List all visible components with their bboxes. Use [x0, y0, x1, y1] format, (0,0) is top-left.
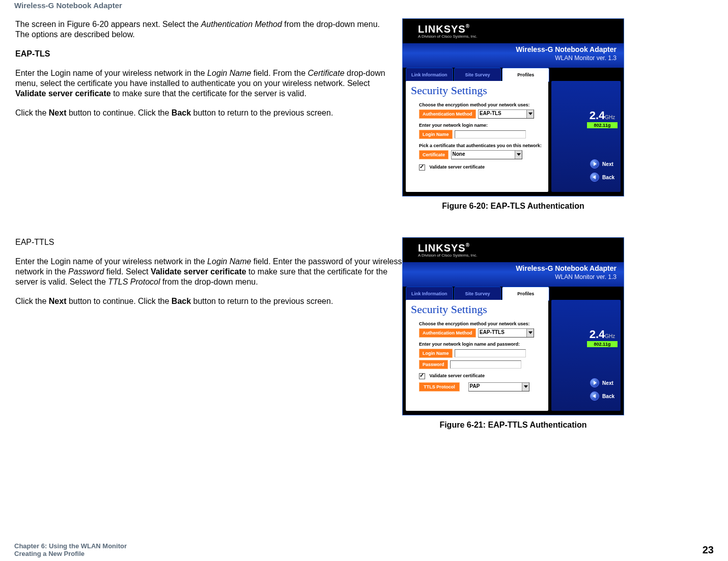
label-choose-encryption: Choose the encryption method your networ… [419, 321, 542, 326]
label-validate-cert: Validate server certificate [430, 164, 485, 170]
brand-subtitle: A Division of Cisco Systems, Inc. [403, 253, 477, 258]
input-password[interactable] [450, 360, 521, 369]
next-label: Next [602, 380, 613, 386]
label-password: Password [419, 360, 448, 369]
arrow-left-icon [590, 173, 599, 182]
app-title-band: Wireless-G Notebook Adapter WLAN Monitor… [403, 43, 624, 68]
band-title: Wireless-G Notebook Adapter [516, 45, 617, 53]
chevron-down-icon[interactable] [515, 151, 522, 159]
eap-tls-body: Enter the Login name of your wireless ne… [15, 68, 396, 99]
brand-logo: LINKSYS® [403, 23, 477, 35]
figure-caption-6-20: Figure 6-20: EAP-TLS Authentication [402, 202, 624, 211]
input-login-name[interactable] [455, 130, 526, 138]
footer-line2: Creating a New Profile [14, 550, 85, 557]
brand-subtitle: A Division of Cisco Systems, Inc. [403, 34, 477, 39]
app-topbar: LINKSYS® A Division of Cisco Systems, In… [403, 19, 624, 43]
select-value: EAP-TLS [480, 110, 501, 116]
ghz-standard: 802.11g [587, 341, 618, 347]
tab-site-survey[interactable]: Site Survey [454, 68, 501, 82]
text: field. Select [104, 267, 151, 276]
term-validate: Validate server cerificate [151, 267, 246, 276]
label-login-name: Login Name [419, 349, 453, 358]
band-subtitle: WLAN Monitor ver. 1.3 [555, 273, 617, 280]
figure-caption-6-21: Figure 6-21: EAP-TTLS Authentication [402, 420, 624, 430]
term-password: Password [68, 267, 104, 276]
intro-paragraph: The screen in Figure 6-20 appears next. … [15, 19, 396, 40]
label-ttls-protocol: TTLS Protocol [419, 382, 460, 391]
brand-text: LINKSYS [418, 242, 466, 254]
reg-mark: ® [466, 23, 470, 29]
tab-profiles[interactable]: Profiles [502, 68, 549, 82]
next-button[interactable]: Next [590, 378, 614, 387]
select-auth-method[interactable]: EAP-TTLS [478, 328, 534, 338]
arrow-right-icon [590, 159, 599, 169]
chevron-down-icon[interactable] [526, 110, 534, 118]
app-window-tls: LINKSYS® A Division of Cisco Systems, In… [402, 18, 624, 197]
figure-6-20: LINKSYS® A Division of Cisco Systems, In… [402, 18, 624, 211]
input-login-name[interactable] [455, 349, 526, 357]
text: button to continue. Click the [66, 108, 171, 117]
ghz-standard: 802.11g [587, 122, 618, 128]
ghz-unit: GHz [605, 333, 615, 339]
figure-6-21: LINKSYS® A Division of Cisco Systems, In… [402, 237, 624, 430]
brand-text: LINKSYS [418, 23, 466, 35]
heading-eap-tls: EAP-TLS [15, 49, 396, 59]
label-login-name: Login Name [419, 130, 453, 139]
tab-link-information[interactable]: Link Information [406, 68, 453, 82]
term-login-name: Login Name [207, 69, 251, 77]
nav-buttons: Next Back [590, 378, 614, 401]
arrow-left-icon [590, 391, 599, 401]
arrow-right-icon [590, 378, 599, 387]
panel-title: Security Settings [406, 81, 548, 98]
band-title: Wireless-G Notebook Adapter [516, 264, 617, 272]
text: The screen in Figure 6-20 appears next. … [15, 20, 201, 29]
settings-panel: Security Settings Choose the encryption … [406, 81, 548, 192]
term-validate: Validate server cerificate [15, 89, 111, 98]
page-header-product: Wireless-G Notebook Adapter [14, 1, 122, 10]
select-ttls-protocol[interactable]: PAP [468, 382, 529, 391]
footer-line1: Chapter 6: Using the WLAN Monitor [14, 542, 127, 550]
chevron-down-icon[interactable] [526, 329, 534, 337]
term-back: Back [172, 297, 191, 305]
select-value: None [453, 151, 465, 157]
brand-logo: LINKSYS® [403, 242, 477, 254]
eap-ttls-body: Enter the Login name of your wireless ne… [15, 257, 402, 287]
label-enter-login-pw: Enter your network login name and passwo… [419, 342, 542, 347]
next-button[interactable]: Next [590, 159, 614, 169]
ghz-badge: 2.4GHz 802.11g [587, 111, 618, 128]
select-value: EAP-TTLS [480, 329, 505, 335]
label-pick-cert: Pick a certificate that authenticates yo… [419, 143, 542, 148]
label-enter-login: Enter your network login name: [419, 123, 542, 128]
text: button to continue. Click the [66, 297, 171, 305]
tab-link-information[interactable]: Link Information [406, 287, 453, 301]
eap-tls-nav: Click the Next button to continue. Click… [15, 108, 396, 118]
select-certificate[interactable]: None [451, 150, 522, 159]
side-panel: 2.4GHz 802.11g Next Back [551, 300, 621, 411]
text: Enter the Login name of your wireless ne… [15, 257, 207, 266]
back-button[interactable]: Back [590, 173, 614, 182]
back-label: Back [602, 175, 614, 180]
chevron-down-icon[interactable] [522, 383, 529, 391]
app-title-band: Wireless-G Notebook Adapter WLAN Monitor… [403, 262, 624, 287]
side-panel: 2.4GHz 802.11g Next Back [551, 81, 621, 192]
back-button[interactable]: Back [590, 391, 614, 401]
checkbox-validate-cert[interactable] [419, 373, 425, 379]
text: Enter the Login name of your wireless ne… [15, 69, 207, 77]
back-label: Back [602, 394, 614, 399]
text: Click the [15, 108, 49, 117]
select-auth-method[interactable]: EAP-TLS [478, 109, 534, 119]
tab-site-survey[interactable]: Site Survey [454, 287, 501, 301]
select-value: PAP [470, 383, 480, 389]
next-label: Next [602, 161, 613, 167]
text: field. From the [251, 69, 307, 77]
term-back: Back [172, 108, 191, 117]
term-certificate: Certificate [308, 69, 345, 77]
ghz-number: 2.4 [590, 328, 605, 341]
band-subtitle: WLAN Monitor ver. 1.3 [555, 54, 617, 62]
app-window-ttls: LINKSYS® A Division of Cisco Systems, In… [402, 237, 624, 415]
tab-profiles[interactable]: Profiles [502, 287, 549, 301]
page-number: 23 [703, 544, 714, 556]
settings-panel: Security Settings Choose the encryption … [406, 300, 548, 411]
checkbox-validate-cert[interactable] [419, 164, 425, 171]
term-auth-method: Authentication Method [201, 20, 282, 29]
